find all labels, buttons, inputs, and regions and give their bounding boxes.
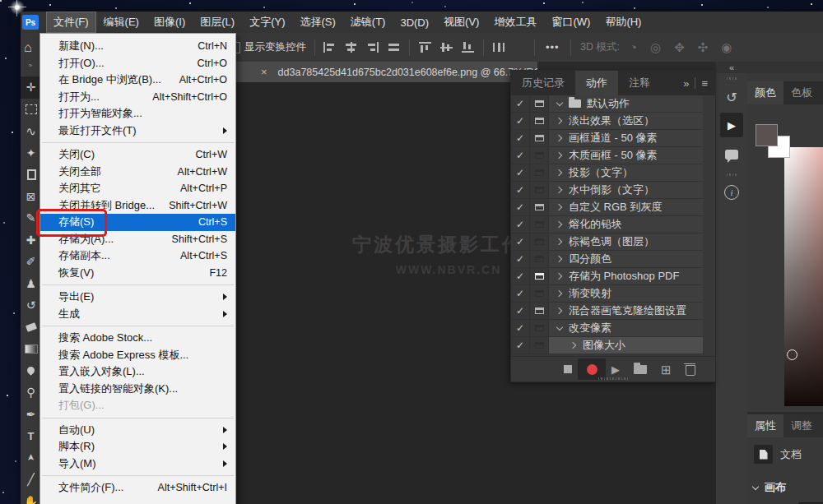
- menubar-item[interactable]: 选择(S): [292, 12, 342, 33]
- delete-button[interactable]: [686, 365, 695, 376]
- more-options-icon[interactable]: •••: [546, 33, 560, 62]
- tab-颜色[interactable]: 颜色: [747, 81, 783, 104]
- action-row[interactable]: ✓改变像素: [511, 320, 703, 337]
- file-menu-item[interactable]: 自动(U): [40, 422, 235, 439]
- panel-expand-icon[interactable]: »: [683, 77, 689, 90]
- action-row[interactable]: ✓默认动作: [511, 95, 703, 113]
- expander-right-icon[interactable]: [556, 169, 563, 176]
- tool-eraser[interactable]: [21, 317, 41, 339]
- new-action-button[interactable]: ⊞: [661, 363, 672, 376]
- action-row[interactable]: ✓混合器画笔克隆绘图设置: [511, 303, 703, 320]
- tool-type[interactable]: T: [21, 425, 41, 447]
- action-checkmark[interactable]: ✓: [511, 268, 530, 284]
- tab-渐变[interactable]: 渐变: [820, 81, 823, 104]
- file-menu-item[interactable]: 导出(E): [40, 289, 235, 306]
- tool-crop[interactable]: [21, 164, 41, 186]
- file-menu-item[interactable]: 导入(M): [40, 455, 235, 473]
- menubar-item[interactable]: 图像(I): [146, 12, 193, 33]
- action-checkmark[interactable]: ✓: [511, 251, 530, 267]
- action-dialog-toggle[interactable]: [530, 130, 549, 146]
- menubar-item[interactable]: 窗口(W): [544, 12, 597, 33]
- file-menu-item[interactable]: 置入嵌入对象(L)...: [40, 363, 235, 381]
- file-menu-item[interactable]: 打开为...Alt+Shift+Ctrl+O: [40, 89, 235, 106]
- history-panel-icon[interactable]: ↺: [726, 90, 737, 105]
- tool-brush[interactable]: ✐: [21, 251, 41, 273]
- file-menu-item[interactable]: 关闭全部Alt+Ctrl+W: [40, 164, 235, 181]
- expander-right-icon[interactable]: [556, 238, 563, 245]
- info-panel-icon[interactable]: i: [724, 185, 739, 200]
- action-checkmark[interactable]: ✓: [511, 147, 530, 164]
- file-menu-item[interactable]: 搜索 Adobe Express 模板...: [40, 347, 235, 364]
- file-menu-item[interactable]: 打开(O)...Ctrl+O: [40, 55, 235, 72]
- action-checkmark[interactable]: ✓: [511, 130, 530, 146]
- expander-right-icon[interactable]: [556, 307, 563, 314]
- file-menu-item[interactable]: 存储副本...Alt+Ctrl+S: [40, 247, 235, 265]
- align-center-vertical-icon[interactable]: [440, 42, 453, 53]
- toolbar-collapse-icon[interactable]: »: [29, 62, 33, 69]
- tool-magic-wand[interactable]: ✦: [21, 142, 41, 164]
- tool-move[interactable]: ✛: [21, 76, 41, 99]
- color-picker-ring[interactable]: [787, 349, 797, 360]
- file-menu-item[interactable]: 新建(N)...Ctrl+N: [40, 38, 235, 55]
- actions-panel-icon[interactable]: ▶: [720, 113, 743, 137]
- action-dialog-toggle[interactable]: [530, 268, 549, 284]
- menubar-item[interactable]: 视图(V): [436, 12, 486, 33]
- tab-动作[interactable]: 动作: [575, 71, 618, 95]
- foreground-color-swatch[interactable]: [756, 124, 778, 146]
- action-checkmark[interactable]: ✓: [511, 216, 530, 233]
- play-button[interactable]: ▶: [611, 363, 620, 376]
- canvas-section-header[interactable]: 画布: [752, 480, 786, 495]
- align-right-icon[interactable]: [366, 42, 379, 53]
- file-menu-item[interactable]: 生成: [40, 306, 235, 323]
- action-checkmark[interactable]: ✓: [511, 182, 530, 198]
- file-menu-item[interactable]: 关闭其它Alt+Ctrl+P: [40, 180, 235, 197]
- action-row[interactable]: ✓存储为 Photoshop PDF: [511, 268, 703, 285]
- action-row[interactable]: ✓投影（文字）: [511, 164, 703, 182]
- action-row[interactable]: ✓木质画框 - 50 像素: [511, 147, 703, 164]
- action-dialog-toggle[interactable]: [530, 337, 549, 354]
- tool-history-brush[interactable]: ↺: [21, 294, 41, 317]
- menubar-item[interactable]: 文件(F): [46, 12, 96, 33]
- distribute-vertical-icon[interactable]: [388, 42, 400, 53]
- action-checkmark[interactable]: ✓: [511, 234, 530, 250]
- file-menu-item[interactable]: 恢复(V)F12: [40, 265, 235, 282]
- action-row[interactable]: ✓水中倒影（文字）: [511, 182, 703, 199]
- notes-panel-icon[interactable]: [725, 150, 738, 160]
- menubar-item[interactable]: 文字(Y): [242, 12, 292, 33]
- menubar-item[interactable]: 增效工具: [486, 12, 544, 33]
- expander-right-icon[interactable]: [570, 342, 577, 349]
- align-bottom-icon[interactable]: [462, 42, 474, 53]
- file-menu-item[interactable]: 搜索 Adobe Stock...: [40, 330, 235, 347]
- stop-button[interactable]: [564, 365, 572, 373]
- action-row[interactable]: ✓图像大小: [511, 337, 703, 354]
- action-dialog-toggle[interactable]: [530, 182, 549, 198]
- tool-hand[interactable]: ✋: [21, 491, 41, 504]
- tab-close-icon[interactable]: ×: [261, 66, 267, 78]
- tool-pen[interactable]: ✒: [21, 404, 41, 426]
- file-menu-item[interactable]: 脚本(R): [40, 438, 235, 455]
- action-checkmark[interactable]: ✓: [511, 164, 530, 181]
- expander-right-icon[interactable]: [556, 118, 563, 124]
- tab-调整[interactable]: 调整: [783, 414, 820, 437]
- panel-menu-icon[interactable]: ≡: [701, 77, 708, 90]
- expander-right-icon[interactable]: [556, 221, 563, 228]
- expander-right-icon[interactable]: [556, 256, 563, 262]
- file-menu-item[interactable]: 文件简介(F)...Alt+Shift+Ctrl+I: [40, 479, 235, 497]
- new-folder-button[interactable]: [634, 365, 647, 374]
- expander-right-icon[interactable]: [556, 273, 563, 280]
- action-checkmark[interactable]: ✓: [511, 199, 530, 215]
- tool-clone-stamp[interactable]: ♟: [21, 273, 41, 295]
- action-row[interactable]: ✓渐变映射: [511, 285, 703, 303]
- tool-marquee[interactable]: [21, 99, 41, 121]
- align-top-icon[interactable]: [419, 42, 431, 53]
- tool-path-select[interactable]: ➤: [21, 447, 41, 469]
- tool-dodge[interactable]: ⚲: [21, 381, 41, 404]
- action-dialog-toggle[interactable]: [530, 303, 549, 319]
- action-row[interactable]: ✓自定义 RGB 到灰度: [511, 199, 703, 216]
- action-checkmark[interactable]: ✓: [511, 113, 530, 129]
- distribute-horizontal-icon[interactable]: [493, 42, 505, 53]
- tool-gradient[interactable]: [21, 338, 41, 360]
- tab-色板[interactable]: 色板: [783, 81, 820, 104]
- action-dialog-toggle[interactable]: [530, 95, 549, 112]
- document-tab[interactable]: × dd3a785425d41d675bc2d031e608ef6e.png @…: [210, 62, 537, 82]
